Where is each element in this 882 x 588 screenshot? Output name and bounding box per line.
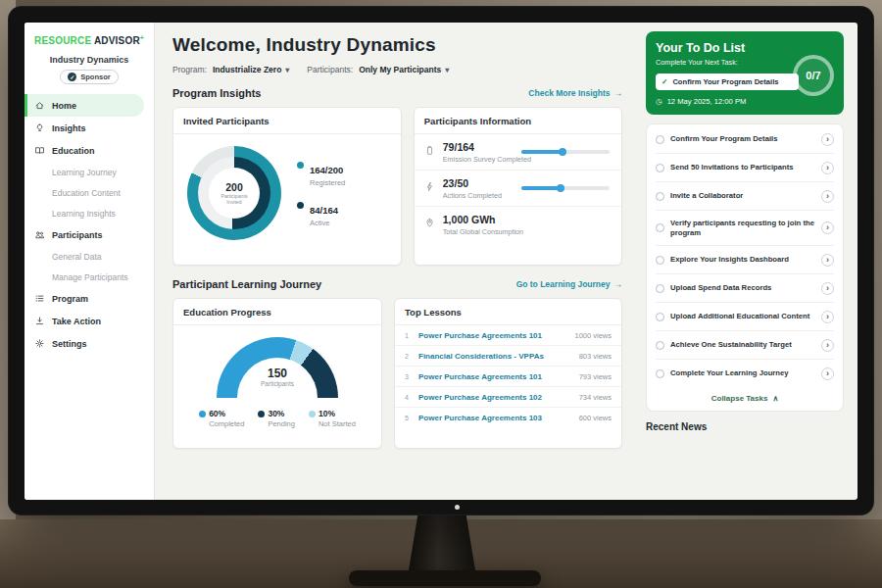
education-progress-card: Education Progress 150 Participants 60% … xyxy=(172,298,382,449)
gauge-legend: 60% Completed 30% Pending 10% Not Starte… xyxy=(173,409,381,428)
action-icon xyxy=(34,316,45,326)
gauge-center-label: Participants xyxy=(217,380,338,387)
donut-center-value: 200 xyxy=(225,181,243,193)
todo-progress-ring: 0/7 xyxy=(793,55,834,96)
stat-row: 1,000 GWh Total Global Consumption xyxy=(415,207,621,242)
chevron-right-icon[interactable]: › xyxy=(821,221,834,234)
gauge-center-value: 150 xyxy=(217,367,338,380)
monitor-stand-base xyxy=(349,570,541,586)
task-checkbox[interactable] xyxy=(656,164,664,172)
program-filter-label: Program: xyxy=(172,65,207,74)
section-title: Participant Learning Journey xyxy=(172,278,321,290)
check-more-insights-link[interactable]: Check More Insights → xyxy=(528,88,622,98)
lesson-link[interactable]: Power Purchase Agreements 101 xyxy=(418,372,571,381)
sidebar-item-manage-participants[interactable]: Manage Participants xyxy=(24,267,154,287)
lesson-row: 3 Power Purchase Agreements 101 793 view… xyxy=(395,367,621,387)
next-task-due: ◷ 12 May 2025, 12:00 PM xyxy=(656,97,834,106)
lightning-icon xyxy=(424,179,435,192)
progress-bar xyxy=(521,186,610,190)
task-checkbox[interactable] xyxy=(656,284,664,293)
chevron-right-icon[interactable]: › xyxy=(821,368,834,380)
chevron-right-icon[interactable]: › xyxy=(821,190,834,203)
program-select[interactable]: Industrialize Zero ▾ xyxy=(213,65,289,74)
lesson-link[interactable]: Power Purchase Agreements 103 xyxy=(418,414,571,422)
task-item[interactable]: Upload Spend Data Records › xyxy=(656,274,834,303)
sidebar-item-education[interactable]: Education xyxy=(24,139,154,162)
legend-dot-completed xyxy=(199,411,206,417)
sidebar-item-home[interactable]: Home xyxy=(24,94,144,117)
next-task-pill[interactable]: ✓ Confirm Your Program Details xyxy=(656,74,799,90)
check-icon: ✓ xyxy=(662,77,667,86)
task-item[interactable]: Verify participants requesting to join t… xyxy=(656,211,834,246)
sidebar-item-insights[interactable]: Insights xyxy=(24,117,154,139)
chevron-down-icon: ▾ xyxy=(445,66,449,74)
legend-item: 10% Not Started xyxy=(309,409,356,428)
sidebar-item-learning-insights[interactable]: Learning Insights xyxy=(24,203,154,223)
lesson-row: 4 Power Purchase Agreements 102 734 view… xyxy=(395,387,621,408)
lesson-row: 2 Financial Considerations - VPPAs 803 v… xyxy=(395,346,621,367)
legend-item: 60% Completed xyxy=(199,409,244,428)
list-icon xyxy=(34,293,45,304)
clock-icon: ◷ xyxy=(656,97,662,106)
sidebar-item-program[interactable]: Program xyxy=(24,287,154,310)
chevron-right-icon[interactable]: › xyxy=(821,311,834,323)
insights-cards-row: Invited Participants 200 Participants In… xyxy=(172,107,622,266)
power-led xyxy=(455,505,460,510)
task-checkbox[interactable] xyxy=(656,369,664,378)
task-checkbox[interactable] xyxy=(656,341,664,350)
task-item[interactable]: Upload Additional Educational Content › xyxy=(656,303,834,331)
sidebar-item-participants[interactable]: Participants xyxy=(24,223,154,246)
sidebar-item-education-content[interactable]: Education Content xyxy=(24,182,154,203)
task-item[interactable]: Confirm Your Program Details › xyxy=(656,125,834,154)
chevron-right-icon[interactable]: › xyxy=(821,339,834,352)
sidebar-item-learning-journey[interactable]: Learning Journey xyxy=(24,162,154,182)
invited-participants-card: Invited Participants 200 Participants In… xyxy=(172,107,402,266)
task-item[interactable]: Invite a Collaborator › xyxy=(656,182,834,211)
book-icon xyxy=(34,145,45,156)
legend-dot-registered xyxy=(297,162,304,169)
org-name: Industry Dynamics xyxy=(24,55,154,65)
task-item[interactable]: Send 50 Invitations to Participants › xyxy=(656,154,834,182)
stat-row: 23/50 Actions Completed xyxy=(415,171,621,207)
legend-item: 84/164 Active xyxy=(297,200,345,227)
task-checkbox[interactable] xyxy=(656,256,664,265)
collapse-tasks-button[interactable]: Collapse Tasks ∧ xyxy=(656,387,834,410)
chevron-right-icon[interactable]: › xyxy=(821,162,834,174)
sidebar: RESOURCE ADVISOR+ Industry Dynamics ✓ Sp… xyxy=(24,23,155,500)
task-item[interactable]: Achieve One Sustainability Target › xyxy=(656,331,834,360)
task-checkbox[interactable] xyxy=(656,223,664,232)
sidebar-item-general-data[interactable]: General Data xyxy=(24,246,154,267)
learning-journey-header: Participant Learning Journey Go to Learn… xyxy=(172,278,622,290)
todo-summary-card: Your To Do List Complete Your Next Task:… xyxy=(646,31,844,115)
chevron-down-icon: ▾ xyxy=(285,66,289,74)
donut-center-label: Participants Invited xyxy=(215,193,254,205)
go-to-learning-journey-link[interactable]: Go to Learning Journey → xyxy=(516,279,622,289)
task-checkbox[interactable] xyxy=(656,313,664,321)
todo-panel: Your To Do List Complete Your Next Task:… xyxy=(636,23,858,500)
app-logo: RESOURCE ADVISOR+ xyxy=(24,32,154,48)
lesson-link[interactable]: Power Purchase Agreements 102 xyxy=(418,393,571,402)
dashboard-screen: RESOURCE ADVISOR+ Industry Dynamics ✓ Sp… xyxy=(24,23,858,500)
people-icon xyxy=(34,229,45,240)
participants-filter-label: Participants: xyxy=(307,65,353,74)
legend-dot-active xyxy=(297,202,304,209)
top-lessons-card: Top Lessons 1 Power Purchase Agreements … xyxy=(394,298,622,449)
lesson-link[interactable]: Power Purchase Agreements 101 xyxy=(418,331,566,340)
sponsor-badge-label: Sponsor xyxy=(80,73,110,81)
donut-legend: 164/200 Registered 84/164 Active xyxy=(297,160,345,227)
sidebar-nav: Home Insights Education Learning Journey… xyxy=(24,94,154,355)
task-checkbox[interactable] xyxy=(656,192,664,201)
chevron-right-icon[interactable]: › xyxy=(821,254,834,267)
lesson-link[interactable]: Financial Considerations - VPPAs xyxy=(418,352,571,361)
task-item[interactable]: Explore Your Insights Dashboard › xyxy=(656,246,834,274)
task-checkbox[interactable] xyxy=(656,135,664,144)
sponsor-badge-icon: ✓ xyxy=(68,73,76,81)
sidebar-item-take-action[interactable]: Take Action xyxy=(24,310,154,332)
participants-select[interactable]: Only My Participants ▾ xyxy=(359,65,449,74)
lesson-row: 1 Power Purchase Agreements 101 1000 vie… xyxy=(395,325,621,346)
chevron-right-icon[interactable]: › xyxy=(821,282,834,295)
chevron-right-icon[interactable]: › xyxy=(821,133,834,146)
task-item[interactable]: Complete Your Learning Journey › xyxy=(656,360,834,387)
sidebar-item-settings[interactable]: Settings xyxy=(24,332,154,355)
lightbulb-icon xyxy=(34,122,45,133)
